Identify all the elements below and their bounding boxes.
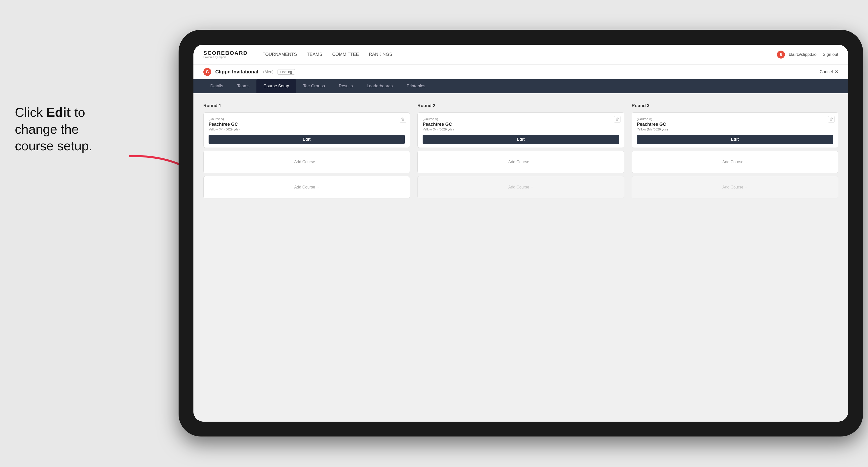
round-2-add-course-1[interactable]: Add Course +	[417, 151, 624, 173]
round-1-label: Round 1	[204, 103, 410, 108]
round-3-add-course-2: Add Course +	[632, 176, 838, 198]
nav-links: TOURNAMENTS TEAMS COMMITTEE RANKINGS	[262, 52, 392, 57]
round-3-add-course-text-2: Add Course +	[722, 185, 747, 190]
round-1-edit-button[interactable]: Edit	[209, 135, 405, 144]
tab-printables[interactable]: Printables	[400, 80, 433, 93]
round-1-add-course-1[interactable]: Add Course +	[204, 151, 410, 173]
tablet-screen: SCOREBOARD Powered by clippd TOURNAMENTS…	[193, 44, 848, 422]
instruction-text: Click Edit tochange thecourse setup.	[15, 104, 144, 155]
round-2-course-label: (Course A)	[423, 117, 619, 121]
round-1-add-plus-1: +	[317, 159, 319, 165]
logo-title: SCOREBOARD	[204, 50, 248, 56]
round-3-add-course-text-1: Add Course +	[722, 159, 747, 165]
nav-left: SCOREBOARD Powered by clippd TOURNAMENTS…	[204, 50, 392, 59]
round-1-course-name: Peachtree GC	[209, 122, 405, 127]
round-2-add-course-2: Add Course +	[417, 176, 624, 198]
round-2-course-card: 🗑 (Course A) Peachtree GC Yellow (M) (66…	[417, 112, 624, 148]
tab-course-setup[interactable]: Course Setup	[256, 80, 296, 93]
round-2-add-course-text-1: Add Course +	[508, 159, 533, 165]
user-avatar: B	[777, 51, 785, 59]
clippd-icon: C	[204, 68, 211, 76]
top-nav: SCOREBOARD Powered by clippd TOURNAMENTS…	[193, 44, 848, 64]
round-3-add-plus-2: +	[745, 185, 747, 190]
round-1-add-course-text-1: Add Course +	[294, 159, 319, 165]
round-2-course-details: Yellow (M) (6629 yds)	[423, 127, 619, 131]
round-3-delete-icon[interactable]: 🗑	[828, 116, 835, 123]
nav-teams[interactable]: TEAMS	[307, 52, 322, 57]
round-3-edit-button[interactable]: Edit	[637, 135, 833, 144]
round-1-add-plus-2: +	[317, 185, 319, 190]
round-3-add-course-1[interactable]: Add Course +	[632, 151, 838, 173]
hosting-badge: Hosting	[278, 69, 294, 75]
round-1-add-course-2[interactable]: Add Course +	[204, 176, 410, 198]
nav-tournaments[interactable]: TOURNAMENTS	[262, 52, 297, 57]
round-1-add-course-text-2: Add Course +	[294, 185, 319, 190]
round-2-column: Round 2 🗑 (Course A) Peachtree GC Yellow…	[417, 103, 624, 201]
rounds-grid: Round 1 🗑 (Course A) Peachtree GC Yellow…	[204, 103, 838, 201]
tablet-frame: SCOREBOARD Powered by clippd TOURNAMENTS…	[179, 30, 863, 436]
round-3-add-plus-1: +	[745, 159, 747, 165]
round-1-delete-icon[interactable]: 🗑	[400, 116, 406, 123]
tournament-gender: (Men)	[263, 70, 274, 74]
round-1-course-card: 🗑 (Course A) Peachtree GC Yellow (M) (66…	[204, 112, 410, 148]
tab-results[interactable]: Results	[332, 80, 360, 93]
tab-tee-groups[interactable]: Tee Groups	[296, 80, 332, 93]
tab-details[interactable]: Details	[204, 80, 230, 93]
round-2-add-plus-2: +	[531, 185, 533, 190]
round-2-edit-button[interactable]: Edit	[423, 135, 619, 144]
cancel-button[interactable]: Cancel ✕	[819, 69, 838, 74]
nav-rankings[interactable]: RANKINGS	[369, 52, 392, 57]
user-email: blair@clippd.io	[789, 52, 817, 57]
round-3-column: Round 3 🗑 (Course A) Peachtree GC Yellow…	[632, 103, 838, 201]
nav-right: B blair@clippd.io | Sign out	[777, 51, 838, 59]
nav-committee[interactable]: COMMITTEE	[332, 52, 359, 57]
tab-teams[interactable]: Teams	[230, 80, 256, 93]
tab-leaderboards[interactable]: Leaderboards	[360, 80, 400, 93]
cancel-label: Cancel	[819, 69, 833, 74]
round-3-course-card: 🗑 (Course A) Peachtree GC Yellow (M) (66…	[632, 112, 838, 148]
tournament-name: Clippd Invitational	[215, 69, 258, 75]
round-3-course-label: (Course A)	[637, 117, 833, 121]
instruction-bold: Edit	[46, 105, 71, 120]
sign-out-link[interactable]: | Sign out	[820, 52, 838, 57]
round-3-course-name: Peachtree GC	[637, 122, 833, 127]
round-2-add-plus-1: +	[531, 159, 533, 165]
round-3-label: Round 3	[632, 103, 838, 108]
round-2-add-course-text-2: Add Course +	[508, 185, 533, 190]
round-2-label: Round 2	[417, 103, 624, 108]
tournament-header: C Clippd Invitational (Men) Hosting Canc…	[193, 64, 848, 80]
round-3-course-details: Yellow (M) (6629 yds)	[637, 127, 833, 131]
logo-sub: Powered by clippd	[204, 56, 248, 59]
tournament-info: C Clippd Invitational (Men) Hosting	[204, 68, 295, 76]
main-content: Round 1 🗑 (Course A) Peachtree GC Yellow…	[193, 93, 848, 422]
tab-bar: Details Teams Course Setup Tee Groups Re…	[193, 80, 848, 93]
round-1-course-details: Yellow (M) (6629 yds)	[209, 127, 405, 131]
round-2-delete-icon[interactable]: 🗑	[614, 116, 620, 123]
scoreboard-logo: SCOREBOARD Powered by clippd	[204, 50, 248, 59]
round-1-column: Round 1 🗑 (Course A) Peachtree GC Yellow…	[204, 103, 410, 201]
cancel-icon: ✕	[835, 69, 838, 74]
round-1-course-label: (Course A)	[209, 117, 405, 121]
round-2-course-name: Peachtree GC	[423, 122, 619, 127]
